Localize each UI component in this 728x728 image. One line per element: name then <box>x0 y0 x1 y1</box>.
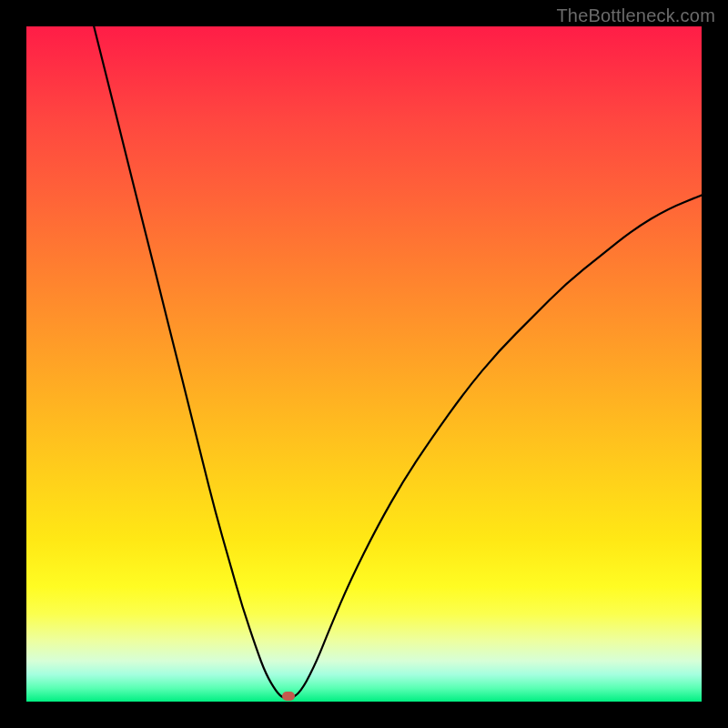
curve-layer <box>26 26 702 702</box>
watermark-text: TheBottleneck.com <box>556 5 715 26</box>
chart-frame: TheBottleneck.com <box>0 0 728 728</box>
optimal-marker <box>282 692 295 701</box>
plot-area <box>26 26 702 702</box>
bottleneck-curve <box>94 26 702 698</box>
